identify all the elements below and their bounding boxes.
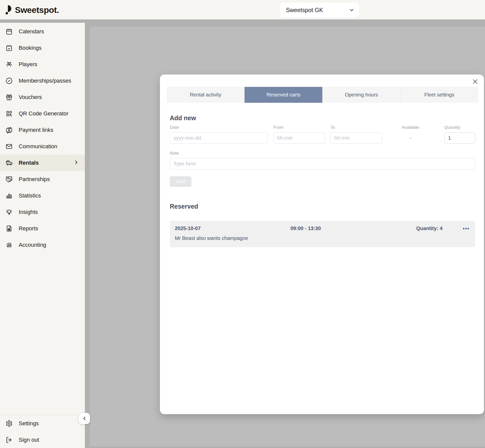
golf-cart-icon xyxy=(5,159,13,167)
quantity-field-group: Quantity xyxy=(444,125,475,144)
calendar-check-icon xyxy=(5,44,13,52)
add-new-fields-row: Date From To Available - Quantity xyxy=(170,125,475,144)
from-label: From xyxy=(273,125,325,130)
sidebar-item-accounting[interactable]: Accounting xyxy=(0,237,85,253)
tab-opening-hours[interactable]: Opening hours xyxy=(322,87,400,103)
gift-icon xyxy=(5,93,13,101)
to-field-group: To xyxy=(330,125,382,144)
sign-out-icon xyxy=(5,436,13,444)
organization-selector-value: Sweetspot GK xyxy=(286,7,349,14)
sidebar-item-label: Accounting xyxy=(19,242,46,248)
sidebar-item-label: Partnerships xyxy=(19,176,50,183)
sidebar-item-settings[interactable]: Settings xyxy=(0,415,85,432)
logo: Sweetspot. xyxy=(4,5,59,15)
banknote-icon xyxy=(5,126,13,134)
sidebar-item-label: Rentals xyxy=(19,160,39,166)
report-icon xyxy=(5,225,13,232)
sidebar-item-vouchers[interactable]: Vouchers xyxy=(0,89,85,105)
organization-selector[interactable]: Sweetspot GK xyxy=(280,3,359,18)
sidebar-item-statistics[interactable]: Statistics xyxy=(0,187,85,204)
sidebar-item-payment-links[interactable]: Payment links xyxy=(0,122,85,138)
sidebar-nav: Calendars Bookings Players Memberships/p… xyxy=(0,23,85,253)
available-field-group: Available - xyxy=(391,125,430,144)
chevron-right-icon xyxy=(73,159,79,166)
sidebar-item-partnerships[interactable]: Partnerships xyxy=(0,171,85,187)
reserved-item-quantity: Quantity: 4 xyxy=(416,226,443,231)
add-button[interactable]: Add xyxy=(170,176,191,187)
tab-reserved-carts[interactable]: Reserved carts xyxy=(245,87,323,103)
add-new-title: Add new xyxy=(170,114,475,122)
sidebar-item-communication[interactable]: Communication xyxy=(0,138,85,155)
sidebar-item-label: Reports xyxy=(19,225,38,232)
sidebar-item-label: QR Code Generator xyxy=(19,110,68,117)
sidebar-item-label: Calendars xyxy=(19,28,44,35)
sidebar-item-rentals[interactable]: Rentals xyxy=(0,155,85,171)
to-time-input[interactable] xyxy=(330,132,382,144)
close-icon xyxy=(472,78,478,85)
sidebar-item-calendars[interactable]: Calendars xyxy=(0,23,85,40)
handshake-icon xyxy=(5,176,13,183)
tab-fleet-settings[interactable]: Fleet settings xyxy=(400,87,478,103)
sidebar: Calendars Bookings Players Memberships/p… xyxy=(0,23,85,448)
quantity-label: Quantity xyxy=(444,125,475,130)
sidebar-item-sign-out[interactable]: Sign out xyxy=(0,432,85,448)
sidebar-item-label: Settings xyxy=(19,420,39,427)
badge-check-icon xyxy=(5,77,13,85)
tab-rental-activity[interactable]: Rental activity xyxy=(167,87,245,103)
calendar-icon xyxy=(5,28,13,35)
sidebar-item-label: Statistics xyxy=(19,192,41,199)
sidebar-item-label: Players xyxy=(19,61,37,68)
sidebar-item-label: Bookings xyxy=(19,45,42,51)
sidebar-item-qr-code-generator[interactable]: QR Code Generator xyxy=(0,105,85,122)
available-label: Available xyxy=(402,125,419,130)
modal-tab-bar: Rental activity Reserved carts Opening h… xyxy=(167,87,478,103)
available-value: - xyxy=(410,132,411,144)
mail-icon xyxy=(5,143,13,150)
sidebar-item-bookings[interactable]: Bookings xyxy=(0,40,85,56)
sidebar-item-players[interactable]: Players xyxy=(0,56,85,72)
date-field-group: Date xyxy=(170,125,268,144)
note-label: Note xyxy=(170,151,475,156)
sidebar-item-label: Vouchers xyxy=(19,94,42,101)
ellipsis-menu-icon[interactable]: ••• xyxy=(463,226,470,231)
gear-icon xyxy=(5,420,13,427)
sidebar-item-label: Memberships/passes xyxy=(19,78,71,84)
sidebar-item-label: Sign out xyxy=(19,437,39,443)
reserved-item-date: 2025-10-07 xyxy=(175,226,258,231)
chevron-left-icon xyxy=(82,416,87,421)
from-time-input[interactable] xyxy=(273,132,325,144)
note-input[interactable] xyxy=(170,158,475,169)
reserved-item-time: 09:00 - 13:30 xyxy=(258,226,416,231)
app-root: Sweetspot. Sweetspot GK Calendars Bookin… xyxy=(0,0,485,448)
topbar: Sweetspot. Sweetspot GK xyxy=(0,0,485,19)
sidebar-item-label: Communication xyxy=(19,143,57,150)
reserved-list-item: 2025-10-07 09:00 - 13:30 Quantity: 4 •••… xyxy=(170,221,475,247)
sidebar-item-insights[interactable]: Insights xyxy=(0,204,85,220)
quantity-input[interactable] xyxy=(444,132,475,144)
rentals-modal: Rental activity Reserved carts Opening h… xyxy=(160,74,484,414)
sidebar-item-label: Payment links xyxy=(19,127,53,133)
sidebar-item-label: Insights xyxy=(19,209,38,215)
date-input[interactable] xyxy=(170,132,268,144)
sidebar-footer: Settings Sign out xyxy=(0,415,85,448)
sidebar-collapse-button[interactable] xyxy=(79,413,90,424)
modal-body: Add new Date From To Available - xyxy=(160,114,484,247)
date-label: Date xyxy=(170,125,268,130)
chevron-down-icon xyxy=(349,7,355,13)
note-field-group: Note xyxy=(170,151,475,169)
close-button[interactable] xyxy=(471,78,479,85)
qr-code-icon xyxy=(5,110,13,117)
users-icon xyxy=(5,61,13,68)
sidebar-item-reports[interactable]: Reports xyxy=(0,220,85,237)
calculator-icon xyxy=(5,241,13,249)
sweetspot-logo-icon xyxy=(4,5,13,15)
lightbulb-icon xyxy=(5,208,13,216)
to-label: To xyxy=(330,125,382,130)
reserved-title: Reserved xyxy=(170,203,475,210)
logo-text: Sweetspot. xyxy=(15,5,59,15)
from-field-group: From xyxy=(273,125,325,144)
sidebar-item-memberships[interactable]: Memberships/passes xyxy=(0,72,85,89)
reserved-item-note: Mr Beast also wants champagne xyxy=(175,235,470,241)
bar-chart-icon xyxy=(5,192,13,200)
reserved-item-summary: 2025-10-07 09:00 - 13:30 Quantity: 4 ••• xyxy=(175,226,470,231)
